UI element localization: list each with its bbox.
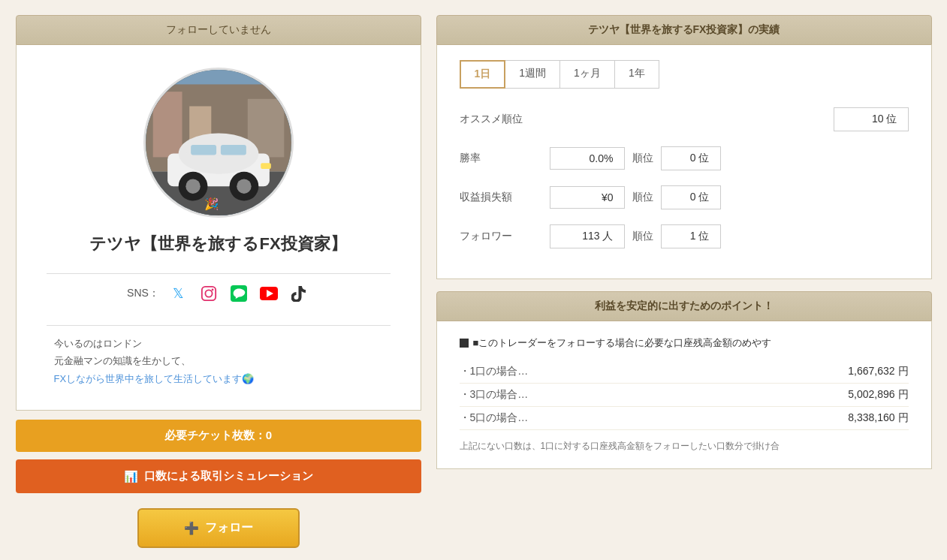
follow-status-bar: フォローしていません [16, 15, 421, 45]
svg-rect-16 [261, 163, 271, 169]
left-panel: フォローしていません [16, 15, 421, 548]
lot-row-3: ・3口の場合… 5,002,896 円 [460, 384, 909, 407]
bio-line-2: 元金融マンの知識を生かして、 [54, 352, 383, 369]
svg-rect-18 [202, 287, 216, 300]
instagram-icon[interactable] [198, 283, 219, 304]
svg-rect-10 [191, 145, 216, 155]
tab-1month[interactable]: 1ヶ月 [560, 60, 615, 89]
pnl-rank-label: 順位 [632, 191, 653, 204]
main-layout: フォローしていません [16, 15, 932, 548]
follow-button[interactable]: ➕ フォロー [137, 508, 300, 548]
points-highlight: ■このトレーダーをフォローする場合に必要な口座残高金額のめやす [460, 336, 909, 350]
simulation-label: 口数による取引シミュレーション [144, 469, 313, 483]
line-icon[interactable] [228, 283, 249, 304]
win-rate-label: 勝率 [460, 152, 550, 165]
svg-rect-11 [220, 145, 246, 155]
period-tabs: 1日 1週間 1ヶ月 1年 [460, 60, 909, 89]
sns-divider [47, 325, 391, 326]
recommend-label: オススメ順位 [460, 113, 550, 126]
lot-3-label: ・3口の場合… [460, 388, 529, 402]
tab-1week[interactable]: 1週間 [505, 60, 560, 89]
bio-line-1: 今いるのはロンドン [54, 335, 383, 352]
svg-point-15 [237, 179, 251, 194]
ticket-bar: 必要チケット枚数：0 [16, 420, 421, 452]
points-highlight-text: ■このトレーダーをフォローする場合に必要な口座残高金額のめやす [473, 336, 772, 350]
follower-row: フォロワー 113 人 順位 1 位 [460, 224, 909, 248]
stats-section-header: テツヤ【世界を旅するFX投資家】の実績 [436, 15, 932, 45]
lot-rows: ・1口の場合… 1,667,632 円 ・3口の場合… 5,002,896 円 … [460, 360, 909, 430]
black-square-icon [460, 339, 469, 348]
pnl-row: 収益損失額 ¥0 順位 0 位 [460, 185, 909, 209]
stats-card: 1日 1週間 1ヶ月 1年 オススメ順位 10 位 [436, 45, 932, 279]
recommend-value: 10 位 [834, 107, 909, 131]
svg-point-13 [185, 179, 200, 194]
tab-1year[interactable]: 1年 [615, 60, 659, 89]
lot-1-amount: 1,667,632 円 [848, 365, 908, 378]
youtube-icon[interactable] [258, 283, 279, 304]
win-rate-rank-label: 順位 [632, 152, 653, 165]
name-divider [47, 273, 391, 274]
tab-1day[interactable]: 1日 [460, 60, 506, 89]
follow-status-text: フォローしていません [166, 23, 271, 35]
points-section-header: 利益を安定的に出すためのポイント！ [436, 291, 932, 321]
lot-row-1: ・1口の場合… 1,667,632 円 [460, 360, 909, 384]
lot-5-label: ・5口の場合… [460, 411, 529, 425]
follower-label: フォロワー [460, 230, 550, 243]
avatar: 🎉 [143, 68, 294, 218]
profile-card: 🎉 テツヤ【世界を旅するFX投資家】 SNS： 𝕏 [16, 45, 421, 411]
points-section: 利益を安定的に出すためのポイント！ ■このトレーダーをフォローする場合に必要な口… [436, 291, 932, 469]
points-card: ■このトレーダーをフォローする場合に必要な口座残高金額のめやす ・1口の場合… … [436, 321, 932, 469]
lot-5-amount: 8,338,160 円 [848, 411, 908, 425]
win-rate-rank: 0 位 [661, 146, 721, 170]
svg-point-19 [205, 290, 212, 297]
simulation-icon: 📊 [124, 470, 138, 483]
trader-name: テツヤ【世界を旅するFX投資家】 [89, 233, 346, 255]
sns-row: SNS： 𝕏 [127, 283, 309, 304]
sns-label: SNS： [127, 287, 159, 300]
follow-label: フォロー [205, 520, 253, 536]
pnl-label: 収益損失額 [460, 191, 550, 204]
right-panel: テツヤ【世界を旅するFX投資家】の実績 1日 1週間 1ヶ月 1年 [436, 15, 932, 548]
lot-row-5: ・5口の場合… 8,338,160 円 [460, 407, 909, 430]
profile-bio: 今いるのはロンドン 元金融マンの知識を生かして、 FXしながら世界中を旅して生活… [47, 335, 391, 387]
follower-value: 113 人 [550, 224, 625, 248]
lot-3-amount: 5,002,896 円 [848, 388, 908, 402]
pnl-value: ¥0 [550, 186, 625, 209]
svg-point-20 [212, 289, 214, 291]
avatar-image: 🎉 [146, 70, 291, 215]
bio-line-3: FXしながら世界中を旅して生活しています🌍 [54, 370, 383, 387]
stats-section: テツヤ【世界を旅するFX投資家】の実績 1日 1週間 1ヶ月 1年 [436, 15, 932, 279]
follow-plus-icon: ➕ [184, 521, 199, 535]
win-rate-row: 勝率 0.0% 順位 0 位 [460, 146, 909, 170]
follower-rank-label: 順位 [632, 230, 653, 243]
svg-text:🎉: 🎉 [204, 197, 219, 211]
recommend-row: オススメ順位 10 位 [460, 107, 909, 131]
tiktok-icon[interactable] [288, 283, 309, 304]
points-note: 上記にない口数は、1口に対する口座残高金額をフォローしたい口数分で掛け合 [460, 439, 909, 453]
pnl-rank: 0 位 [661, 185, 721, 209]
svg-rect-3 [152, 92, 182, 157]
follower-rank: 1 位 [661, 224, 721, 248]
lot-1-label: ・1口の場合… [460, 365, 529, 378]
win-rate-value: 0.0% [550, 147, 625, 170]
simulation-button[interactable]: 📊 口数による取引シミュレーション [16, 459, 421, 493]
twitter-icon[interactable]: 𝕏 [168, 283, 189, 304]
